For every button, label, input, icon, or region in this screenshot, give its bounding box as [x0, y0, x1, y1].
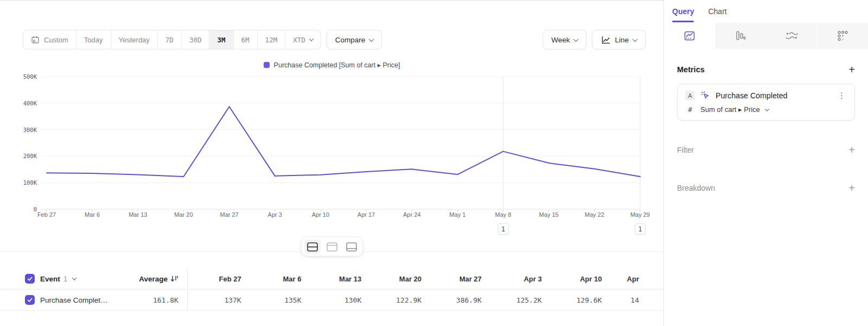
value-cell: 14 [608, 295, 663, 305]
sort-descending-icon[interactable] [170, 275, 178, 283]
table-header-row: Event 1 Average Feb 27 Mar 6 Mar 13 Mar … [0, 268, 663, 290]
value-cell: 137K [188, 295, 248, 305]
x-axis-tick-label: Mar 13 [129, 211, 147, 218]
x-axis-tick-label: May 1 [449, 211, 465, 218]
metric-name: Purchase Completed [716, 91, 831, 100]
insights-icon [684, 30, 695, 42]
column-header: Mar 6 [248, 274, 308, 284]
range-xtd[interactable]: XTD [285, 30, 321, 49]
series-name-cell: Purchase Completed [Sum of cart ▸ Price] [0, 295, 116, 305]
column-header: Mar 20 [368, 274, 428, 284]
main-panel: Custom Today Yesterday 7D 30D 3M 6M 12M … [0, 0, 663, 326]
select-all-checkbox[interactable] [25, 274, 35, 284]
legend-swatch [264, 62, 270, 68]
view-type-tabs [664, 23, 868, 49]
table-row[interactable]: Purchase Completed [Sum of cart ▸ Price]… [0, 290, 663, 311]
row-checkbox[interactable] [25, 295, 35, 305]
y-axis-tick-label: 400K [23, 100, 37, 106]
table-only-icon [346, 242, 357, 252]
add-metric-button[interactable]: + [848, 64, 855, 75]
chart-only-icon [327, 242, 337, 252]
range-30d[interactable]: 30D [181, 30, 209, 49]
x-axis-tick-label: Apr 17 [358, 211, 375, 218]
range-today[interactable]: Today [76, 30, 111, 49]
chart-legend[interactable]: Purchase Completed [Sum of cart ▸ Price] [0, 61, 663, 69]
range-6m[interactable]: 6M [233, 30, 257, 49]
retention-icon [837, 30, 848, 42]
chevron-down-icon [765, 106, 769, 111]
view-tab-insights[interactable] [664, 23, 714, 49]
chevron-down-icon [633, 36, 638, 42]
add-filter-button[interactable]: + [848, 145, 855, 155]
x-axis-tick-label: Apr 10 [312, 211, 329, 218]
numeric-property-icon: # [685, 105, 695, 114]
column-header: Apr [608, 274, 663, 284]
event-header-cell[interactable]: Event 1 [0, 274, 116, 284]
compare-button[interactable]: Compare [327, 30, 382, 49]
query-sidebar: Query Chart [663, 0, 868, 326]
view-tab-flows[interactable] [766, 23, 817, 49]
annotation-badge[interactable]: 1 [635, 223, 646, 235]
y-axis-tick-label: 500K [23, 73, 37, 80]
metric-letter-badge: A [685, 91, 695, 101]
breakdown-title: Breakdown [677, 184, 715, 192]
metric-card[interactable]: A Purchase Completed ⋮ # Sum of cart ▸ P… [677, 84, 855, 121]
sidebar-tabs: Query Chart [664, 0, 868, 23]
view-tab-retention[interactable] [817, 23, 868, 49]
x-axis-tick-label: May 22 [585, 211, 604, 218]
chevron-down-icon [573, 36, 579, 42]
column-header: Apr 3 [488, 274, 548, 284]
event-count: 1 [63, 275, 68, 283]
results-table: Event 1 Average Feb 27 Mar 6 Mar 13 Mar … [0, 268, 663, 311]
chart-type-button[interactable]: Line [592, 30, 646, 49]
split-view-button[interactable] [304, 240, 321, 254]
metric-menu-button[interactable]: ⋮ [837, 91, 847, 101]
value-cell: 129.6K [548, 295, 609, 305]
table-only-button[interactable] [343, 240, 360, 254]
chart-only-button[interactable] [324, 240, 340, 254]
value-cell: 122.9K [368, 295, 428, 305]
annotation-badge[interactable]: 1 [498, 223, 509, 235]
range-custom[interactable]: Custom [23, 30, 76, 49]
aggregation-label: Sum of cart ▸ Price [700, 105, 760, 114]
range-yesterday[interactable]: Yesterday [111, 30, 157, 49]
legend-label: Purchase Completed [Sum of cart ▸ Price] [274, 61, 400, 69]
line-chart[interactable]: 0100K200K300K400K500KFeb 27Mar 6Mar 13Ma… [0, 71, 663, 240]
toolbar: Custom Today Yesterday 7D 30D 3M 6M 12M … [23, 30, 646, 49]
x-axis-tick-label: Mar 20 [174, 211, 193, 218]
average-header-cell[interactable]: Average [116, 268, 188, 289]
breakdown-section-header: Breakdown + [677, 183, 855, 193]
add-breakdown-button[interactable]: + [848, 183, 855, 193]
metric-aggregation-row[interactable]: # Sum of cart ▸ Price [685, 105, 847, 114]
y-axis-tick-label: 200K [23, 153, 37, 159]
column-header: Mar 13 [308, 274, 368, 284]
y-axis-tick-label: 100K [23, 179, 37, 186]
range-7d[interactable]: 7D [157, 30, 181, 49]
granularity-button[interactable]: Week [542, 30, 586, 49]
column-header: Mar 27 [428, 274, 488, 284]
view-tab-funnels[interactable] [714, 23, 765, 49]
filter-title: Filter [677, 146, 694, 154]
tab-chart[interactable]: Chart [708, 0, 726, 23]
sidebar-content: Metrics + A Purchase Completed ⋮ # Sum o… [664, 64, 868, 193]
event-header-label: Event [40, 275, 60, 283]
metric-card-main-row: A Purchase Completed ⋮ [685, 91, 847, 101]
x-axis-tick-label: May 8 [495, 211, 512, 218]
tab-query[interactable]: Query [672, 0, 694, 23]
range-12m[interactable]: 12M [257, 30, 285, 49]
x-axis-tick-label: Mar 27 [220, 211, 238, 218]
chevron-down-icon [309, 36, 314, 41]
series-line [47, 106, 640, 177]
range-3m-active[interactable]: 3M [209, 30, 233, 49]
split-view-icon [307, 242, 318, 252]
line-chart-icon [601, 35, 610, 45]
average-header-label: Average [139, 275, 168, 283]
value-cell: 130K [308, 295, 368, 305]
series-name: Purchase Completed [Sum of cart ▸ Price] [40, 296, 112, 304]
column-header: Feb 27 [188, 274, 248, 284]
filter-section-header: Filter + [677, 145, 855, 155]
y-axis-tick-label: 0 [34, 206, 37, 212]
check-icon [27, 275, 33, 282]
y-axis-tick-label: 300K [23, 127, 37, 133]
x-axis-tick-label: May 29 [630, 211, 650, 218]
